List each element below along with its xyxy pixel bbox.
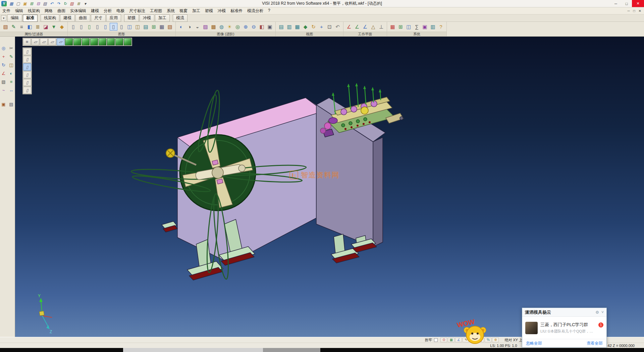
workflow-tab[interactable]: 建模 [60, 14, 75, 22]
undo-icon[interactable]: ↶ [49, 1, 55, 6]
workflow-tab[interactable]: 应用 [106, 14, 121, 22]
maximize-button[interactable]: □ [621, 0, 632, 7]
layers-icon[interactable]: ≣ [75, 1, 82, 6]
curve-icon[interactable]: ~ [0, 87, 7, 93]
view-front-icon[interactable]: ▤ [277, 23, 285, 31]
iso-view-8-icon[interactable] [124, 38, 131, 45]
template-icon[interactable]: ▧ [166, 23, 174, 31]
view-side-icon[interactable]: ▦ [293, 23, 301, 31]
texture-icon[interactable]: ▩ [210, 23, 217, 31]
workflow-tab[interactable]: 塑膜 [124, 14, 139, 22]
menu-item[interactable]: 分析 [101, 7, 114, 14]
view-all-link[interactable]: 查看全部 [587, 341, 603, 346]
element-filter-icon[interactable]: ▼ [50, 23, 58, 31]
workflow-tab[interactable]: 线架构 [41, 14, 59, 22]
zoom-out-icon[interactable]: ⊖ [250, 23, 258, 31]
doc-close-button[interactable]: ✕ [639, 9, 641, 13]
workflow-tab[interactable]: 尺寸 [91, 14, 106, 22]
zoom-fit-icon[interactable]: ⊡ [326, 23, 333, 31]
open-file-icon[interactable]: ▣ [22, 1, 28, 6]
workflow-tab[interactable]: 加工 [155, 14, 170, 22]
export-icon[interactable]: ⊟ [35, 1, 41, 6]
rotate-view-icon[interactable]: ↻ [310, 23, 317, 31]
iso-view-7-icon[interactable] [115, 38, 123, 45]
ignore-all-link[interactable]: 忽略全部 [526, 341, 542, 346]
section-plane-icon[interactable]: ▤ [142, 23, 150, 31]
menu-item[interactable]: 文件 [0, 7, 13, 14]
line-style-icon[interactable]: ≡ [18, 23, 25, 31]
measure-icon[interactable]: ≡ [8, 78, 15, 85]
iso-view-5-icon[interactable] [99, 38, 106, 45]
view-dynamic-icon[interactable]: ▱ [57, 38, 64, 45]
iso-view-3-icon[interactable] [82, 38, 90, 45]
clip-plane-icon[interactable]: ◧ [258, 23, 266, 31]
import-icon[interactable]: ⊞ [29, 1, 35, 6]
hidden-line-icon[interactable]: ◒ [194, 23, 201, 31]
dropdown-arrow-icon[interactable]: ▾ [82, 1, 88, 6]
new-drawing-icon[interactable]: ▯ [69, 23, 77, 31]
layer-filter-icon[interactable]: ≣ [34, 23, 42, 31]
close-button[interactable]: ✕ [632, 0, 644, 7]
zoom-icon[interactable]: ◎ [0, 45, 7, 51]
mirror-icon[interactable]: ◫ [8, 61, 15, 68]
snapshot-icon[interactable]: ▣ [266, 23, 274, 31]
detail-view-icon[interactable]: ⊞ [150, 23, 158, 31]
status-snap-icon[interactable]: ⊙ [440, 338, 447, 342]
workplane-xz-icon[interactable]: ∠ [353, 23, 361, 31]
views-panel-icon[interactable]: ▯ [23, 87, 31, 94]
doc-restore-button[interactable]: □ [633, 9, 635, 13]
viewport-icon[interactable]: ◫ [126, 23, 133, 31]
macro-icon[interactable]: ▣ [421, 23, 429, 31]
dimension-icon[interactable]: ↔ [8, 87, 15, 93]
iso-view-6-icon[interactable] [107, 38, 115, 45]
save-icon[interactable]: ▦ [8, 1, 14, 6]
workplane-icon[interactable]: ∠ [0, 70, 7, 77]
view-hidden-icon[interactable]: ▱ [48, 38, 56, 45]
scissors-icon[interactable]: ✂ [8, 45, 15, 51]
view-shaded-icon[interactable]: ▱ [32, 38, 39, 45]
wireframe-view-icon[interactable]: ◑ [185, 23, 193, 31]
frame-icon[interactable]: ▯ [118, 23, 125, 31]
minimize-button[interactable]: ─ [610, 0, 621, 7]
color-filter-icon[interactable]: ◧ [26, 23, 34, 31]
view-wireframe-icon[interactable]: ▱ [40, 38, 48, 45]
view-top-icon[interactable]: ▥ [285, 23, 293, 31]
snap-settings-icon[interactable]: ◫ [405, 23, 413, 31]
pen-style-icon[interactable]: ✎ [10, 23, 17, 31]
view-plane-icon[interactable]: ▯ [86, 23, 93, 31]
iso-view-2-icon[interactable] [73, 38, 81, 45]
gear-icon[interactable]: ⚙ [595, 310, 599, 315]
tab-dropdown-button[interactable]: ▾ [1, 15, 6, 21]
history-panel-icon[interactable]: ▯ [23, 48, 31, 55]
iso-view-1-icon[interactable] [65, 38, 73, 45]
menu-item[interactable]: 网格 [42, 7, 55, 14]
print-preview-icon[interactable]: ▤ [8, 101, 15, 107]
menu-item[interactable]: 建模 [89, 7, 101, 14]
lock-checkbox[interactable] [434, 338, 438, 342]
assembly-panel-icon[interactable]: ▯ [23, 56, 31, 63]
menu-item[interactable]: 加工 [190, 7, 203, 14]
workplane-xy-icon[interactable]: ∠ [345, 23, 353, 31]
quick-filter-icon[interactable]: ◆ [58, 23, 66, 31]
clipboard-panel-icon[interactable]: ▯ [23, 63, 31, 71]
system-settings-icon[interactable]: ▦ [389, 23, 396, 31]
grid-plane-icon[interactable]: ◫ [134, 23, 142, 31]
workplane-free-icon[interactable]: △ [369, 23, 377, 31]
render-icon[interactable]: ▨ [202, 23, 209, 31]
paper-icon[interactable]: ▯ [110, 23, 117, 31]
3d-viewport[interactable]: Y Z ≡▱▱▱▱ ▯▯▯▯▯▯ 智造资料网 [15, 37, 644, 337]
palette-icon[interactable]: ▨ [69, 1, 75, 6]
help-icon[interactable]: ? [437, 23, 445, 31]
transparency-icon[interactable]: ◍ [218, 23, 225, 31]
camera-icon[interactable]: ◎ [234, 23, 241, 31]
menu-item[interactable]: 塑模 [203, 7, 215, 14]
workflow-tab[interactable]: 标准 [23, 14, 38, 22]
menu-item[interactable]: 模流分析 [245, 7, 266, 14]
database-icon[interactable]: ▥ [429, 23, 437, 31]
surface-icon[interactable]: ◐ [8, 70, 15, 77]
menu-item[interactable]: 冲模 [215, 7, 228, 14]
workflow-tab[interactable]: 曲面 [75, 14, 90, 22]
print-icon[interactable]: ▤ [42, 1, 48, 6]
workplane-yz-icon[interactable]: ∠ [361, 23, 369, 31]
menu-item[interactable]: 视窗 [177, 7, 190, 14]
